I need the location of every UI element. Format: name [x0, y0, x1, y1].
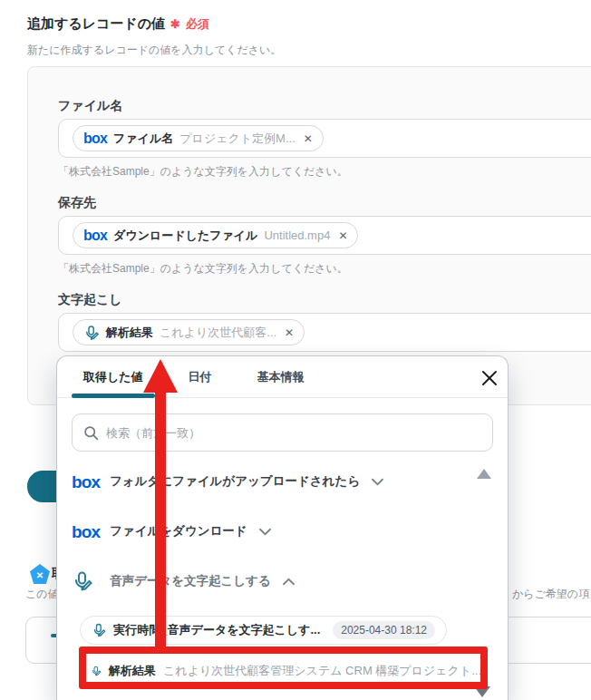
chip-preview: Untitled.mp4 — [264, 228, 330, 242]
group-row-transcribe[interactable]: 音声データを文字起こしする — [72, 568, 493, 595]
chip-close-icon[interactable]: ✕ — [304, 132, 313, 145]
field-label-destination: 保存先 — [58, 193, 591, 211]
timestamp-badge: 2025-04-30 18:12 — [333, 621, 435, 639]
value-item-analysis-result[interactable]: 解析結果 これより次世代顧客管理システム CRM 構築プロジェクト... — [80, 651, 492, 690]
chevron-down-icon[interactable] — [371, 477, 384, 487]
box-logo-icon: box — [83, 131, 107, 146]
field-label-filename: ファイル名 — [58, 96, 591, 114]
required-badge: 必須 — [186, 16, 209, 33]
search-icon — [83, 425, 99, 441]
record-values-panel: ファイル名 box ファイル名 プロジェクト定例M... ✕ 「株式会社Samp… — [27, 66, 591, 405]
chip-preview: これより次世代顧客... — [160, 325, 276, 341]
hidden-description-right-fragment: からご希望の項目を — [512, 587, 591, 602]
value-item-exec-time[interactable]: 実行時間_音声データを文字起こしす... 2025-04-30 18:12 — [80, 616, 447, 645]
chip-preview: プロジェクト定例M... — [179, 131, 296, 147]
field-label-transcript: 文字起こし — [58, 290, 591, 308]
chip-name: ファイル名 — [113, 131, 173, 147]
tab-basic-info[interactable]: 基本情報 — [246, 356, 316, 398]
close-icon[interactable] — [480, 369, 499, 387]
chevron-down-icon[interactable] — [258, 527, 272, 537]
page-title: 追加するレコードの値 — [27, 15, 165, 33]
required-asterisk-icon: ✱ — [170, 17, 180, 31]
page-description: 新たに作成するレコードの値を入力してください。 — [27, 43, 281, 58]
tab-date[interactable]: 日付 — [177, 356, 224, 398]
chip-name: ダウンロードしたファイル — [113, 228, 257, 244]
group-label: ファイルをダウンロード — [110, 523, 247, 540]
popup-tabbar: 取得した値 日付 基本情報 — [57, 356, 508, 398]
scroll-down-icon[interactable] — [474, 686, 490, 697]
search-box[interactable] — [72, 413, 493, 452]
value-picker-popup: 取得した値 日付 基本情報 box フォルダにファイルがアップロードされたら b… — [56, 355, 509, 700]
mic-pencil-icon — [91, 663, 102, 679]
box-logo-icon: box — [72, 473, 110, 491]
section-heading-row: 追加するレコードの値 ✱ 必須 — [27, 15, 209, 33]
transcript-value-chip[interactable]: 解析結果 これより次世代顧客... ✕ — [73, 319, 305, 345]
group-row-box-upload[interactable]: box フォルダにファイルがアップロードされたら — [72, 468, 493, 495]
box-logo-icon: box — [72, 523, 110, 540]
mic-pencil-icon — [83, 325, 100, 341]
destination-input[interactable]: box ダウンロードしたファイル Untitled.mp4 ✕ — [58, 216, 591, 255]
field-helper: 「株式会社Sample」のような文字列を入力してください。 — [58, 164, 591, 179]
chip-name: 解析結果 — [106, 325, 153, 341]
value-item-name: 実行時間_音声データを文字起こしす... — [113, 622, 320, 638]
transcript-input[interactable]: 解析結果 これより次世代顧客... ✕ — [58, 313, 591, 352]
search-input[interactable] — [106, 426, 481, 440]
values-list: box フォルダにファイルがアップロードされたら box ファイルをダウンロード — [57, 452, 508, 595]
hidden-description-left-fragment: この値 — [25, 587, 59, 602]
box-logo-icon: box — [83, 228, 107, 243]
group-row-box-download[interactable]: box ファイルをダウンロード — [72, 518, 493, 545]
pentagon-x-icon: ✕ — [30, 564, 50, 584]
group-label: フォルダにファイルがアップロードされたら — [110, 473, 360, 490]
value-item-preview: これより次世代顧客管理システム CRM 構築プロジェクト... — [163, 663, 481, 679]
chip-close-icon[interactable]: ✕ — [285, 326, 294, 339]
tab-obtained-values[interactable]: 取得した値 — [72, 356, 155, 398]
chevron-up-icon[interactable] — [282, 577, 296, 587]
scroll-up-icon[interactable] — [477, 469, 491, 479]
value-item-name: 解析結果 — [109, 663, 156, 679]
mic-pencil-icon — [72, 570, 110, 592]
mic-pencil-icon — [92, 622, 106, 638]
group-label: 音声データを文字起こしする — [110, 573, 271, 589]
chip-close-icon[interactable]: ✕ — [338, 229, 347, 242]
filename-value-chip[interactable]: box ファイル名 プロジェクト定例M... ✕ — [73, 125, 324, 151]
page: 追加するレコードの値 ✱ 必須 新たに作成するレコードの値を入力してください。 … — [0, 0, 591, 700]
filename-input[interactable]: box ファイル名 プロジェクト定例M... ✕ — [58, 119, 591, 158]
field-helper: 「株式会社Sample」のような文字列を入力してください。 — [58, 261, 591, 276]
destination-value-chip[interactable]: box ダウンロードしたファイル Untitled.mp4 ✕ — [73, 222, 358, 248]
